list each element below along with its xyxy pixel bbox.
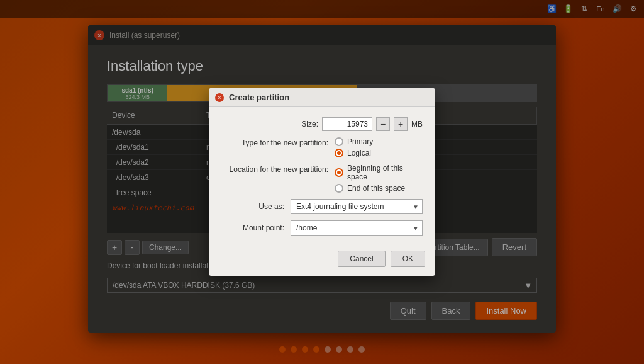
radio-beginning-button[interactable] [335,168,343,177]
partition-type-row: Type for the new partition: Primary Logi… [221,137,423,157]
mount-point-select[interactable]: /home [291,220,423,236]
modal-footer: Cancel OK [209,246,435,276]
size-decrement-button[interactable]: − [376,117,390,131]
mount-point-row: Mount point: /home ▼ [221,220,423,236]
radio-beginning[interactable]: Beginning of this space [335,164,423,181]
radio-primary[interactable]: Primary [335,137,373,146]
radio-logical[interactable]: Logical [335,149,373,157]
radio-primary-label: Primary [347,137,373,146]
size-increment-button[interactable]: + [394,117,408,131]
modal-close-button[interactable]: × [215,93,224,102]
radio-end-button[interactable] [335,184,343,193]
modal-title: Create partition [229,93,289,102]
mount-point-label: Mount point: [221,224,284,232]
radio-end-label: End of this space [347,184,405,193]
use-as-select-container: Ext4 journaling file system ▼ [291,199,423,214]
create-partition-dialog: × Create partition Size: − + MB Type for… [209,88,435,276]
location-label: Location for the new partition: [221,164,328,174]
radio-primary-button[interactable] [335,137,343,146]
use-as-label: Use as: [221,202,284,211]
radio-logical-button[interactable] [335,149,343,157]
use-as-select[interactable]: Ext4 journaling file system [291,199,423,214]
size-unit: MB [411,120,423,128]
size-label: Size: [255,120,318,128]
modal-overlay: × Create partition Size: − + MB Type for… [0,0,644,364]
use-as-row: Use as: Ext4 journaling file system ▼ [221,199,423,214]
radio-beginning-label: Beginning of this space [347,164,423,181]
size-input[interactable] [322,117,372,131]
modal-body: Size: − + MB Type for the new partition:… [209,107,435,246]
modal-ok-button[interactable]: OK [391,251,425,267]
modal-titlebar: × Create partition [209,88,435,107]
partition-type-label: Type for the new partition: [221,137,328,147]
radio-logical-label: Logical [347,149,371,157]
modal-cancel-button[interactable]: Cancel [338,251,385,267]
partition-type-radio-group: Primary Logical [335,137,373,157]
location-radio-group: Beginning of this space End of this spac… [335,164,423,193]
mount-point-select-container: /home ▼ [291,220,423,236]
radio-end[interactable]: End of this space [335,184,423,193]
location-row: Location for the new partition: Beginnin… [221,164,423,193]
size-row: Size: − + MB [221,117,423,131]
